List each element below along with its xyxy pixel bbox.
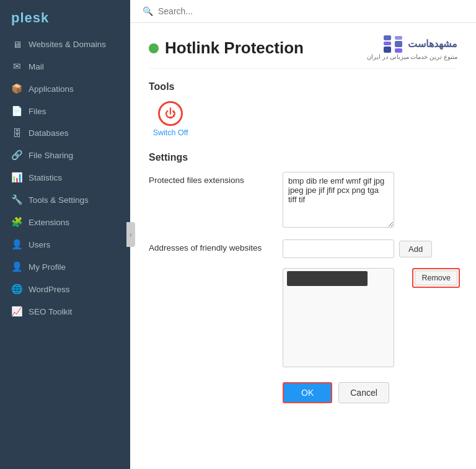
remove-button[interactable]: Remove xyxy=(415,270,457,285)
extensions-row: Protected files extensions xyxy=(149,172,457,230)
sidebar-item-label: Databases xyxy=(29,128,69,138)
wordpress-icon: 🌐 xyxy=(11,284,22,295)
sidebar: plesk 🖥Websites & Domains✉Mail📦Applicati… xyxy=(0,0,130,469)
sidebar-item-seo-toolkit[interactable]: 📈SEO Toolkit xyxy=(0,300,130,323)
seo-toolkit-icon: 📈 xyxy=(11,306,22,317)
sidebar-item-label: Statistics xyxy=(29,173,62,182)
websites-domains-icon: 🖥 xyxy=(11,39,22,50)
sidebar-item-file-sharing[interactable]: 🔗File Sharing xyxy=(0,144,130,166)
content-area: Hotlink Protection مشهدهاست xyxy=(130,23,476,469)
brand-logo: مشهدهاست متنوع ترین خدمات میزبانی در ایر… xyxy=(367,35,457,61)
status-icon xyxy=(149,43,159,53)
sidebar-item-mail[interactable]: ✉Mail xyxy=(0,55,130,78)
switch-off-label: Switch Off xyxy=(153,128,188,137)
sidebar-item-label: Files xyxy=(29,107,46,116)
extensions-icon: 🧩 xyxy=(11,217,22,228)
sidebar-item-label: SEO Toolkit xyxy=(29,307,72,316)
sidebar-item-tools-settings[interactable]: 🔧Tools & Settings xyxy=(0,189,130,211)
sidebar-item-label: WordPress xyxy=(29,285,70,294)
switch-off-button[interactable]: ⏻ Switch Off xyxy=(149,101,192,137)
databases-icon: 🗄 xyxy=(11,128,22,138)
brand-top-text: مشهدهاست xyxy=(408,38,457,51)
tools-heading: Tools xyxy=(149,81,457,92)
mail-icon: ✉ xyxy=(11,61,22,72)
sidebar-item-label: Websites & Domains xyxy=(29,40,106,49)
app-logo: plesk xyxy=(0,0,130,34)
file-sharing-icon: 🔗 xyxy=(11,150,22,161)
sidebar-nav: 🖥Websites & Domains✉Mail📦Applications📄Fi… xyxy=(0,34,130,323)
main-area: 🔍 Hotlink Protection xyxy=(130,0,476,469)
extensions-label: Protected files extensions xyxy=(149,172,273,185)
sidebar-item-label: Tools & Settings xyxy=(29,195,89,205)
sidebar-item-websites-domains[interactable]: 🖥Websites & Domains xyxy=(0,34,130,55)
files-icon: 📄 xyxy=(11,105,22,117)
sidebar-item-label: Mail xyxy=(29,62,44,71)
footer-buttons: OK Cancel xyxy=(283,382,457,403)
sidebar-item-label: Extensions xyxy=(29,218,69,227)
page-title: Hotlink Protection xyxy=(165,38,304,58)
sidebar-item-label: Users xyxy=(29,240,50,249)
tools-settings-icon: 🔧 xyxy=(11,194,22,205)
sidebar-item-my-profile[interactable]: 👤My Profile xyxy=(0,256,130,278)
extensions-textarea[interactable] xyxy=(283,172,394,228)
ok-button[interactable]: OK xyxy=(283,382,332,403)
sidebar-item-users[interactable]: 👤Users xyxy=(0,233,130,256)
search-bar: 🔍 xyxy=(130,0,476,23)
sidebar-item-statistics[interactable]: 📊Statistics xyxy=(0,166,130,189)
sidebar-item-label: File Sharing xyxy=(29,151,73,160)
sidebar-item-files[interactable]: 📄Files xyxy=(0,100,130,122)
friendly-websites-control: Add xyxy=(283,239,457,258)
sidebar-item-databases[interactable]: 🗄Databases xyxy=(0,122,130,144)
friendly-input-group: Add xyxy=(283,239,457,258)
friendly-list-area: Remove xyxy=(283,268,419,367)
sidebar-item-wordpress[interactable]: 🌐WordPress xyxy=(0,278,130,300)
brand-icon-block: مشهدهاست xyxy=(384,35,457,53)
cancel-button[interactable]: Cancel xyxy=(338,382,389,403)
users-icon: 👤 xyxy=(11,239,22,250)
sidebar-item-applications[interactable]: 📦Applications xyxy=(0,78,130,100)
page-header: Hotlink Protection مشهدهاست xyxy=(149,35,457,69)
settings-section: Settings Protected files extensions Addr… xyxy=(149,152,457,367)
friendly-websites-row: Addresses of friendly websites Add xyxy=(149,239,457,258)
applications-icon: 📦 xyxy=(11,83,22,94)
tools-section: Tools ⏻ Switch Off xyxy=(149,81,457,137)
friendly-websites-label: Addresses of friendly websites xyxy=(149,239,273,252)
sidebar-item-label: My Profile xyxy=(29,262,66,272)
my-profile-icon: 👤 xyxy=(11,261,22,272)
page-title-row: Hotlink Protection xyxy=(149,38,304,58)
add-button[interactable]: Add xyxy=(399,241,432,257)
search-icon: 🔍 xyxy=(143,6,153,16)
remove-btn-wrapper: Remove xyxy=(412,268,460,288)
statistics-icon: 📊 xyxy=(11,172,22,183)
list-item[interactable] xyxy=(287,271,368,286)
settings-heading: Settings xyxy=(149,152,457,163)
friendly-url-input[interactable] xyxy=(283,239,394,258)
power-icon: ⏻ xyxy=(158,101,183,126)
search-input[interactable] xyxy=(158,6,464,16)
sidebar-item-label: Applications xyxy=(29,84,74,94)
friendly-list-box[interactable] xyxy=(283,268,394,367)
brand-bottom-text: متنوع ترین خدمات میزبانی در ایران xyxy=(367,53,457,61)
extensions-control xyxy=(283,172,457,230)
sidebar-item-extensions[interactable]: 🧩Extensions xyxy=(0,211,130,233)
sidebar-collapse-handle[interactable]: ‹ xyxy=(126,222,135,247)
